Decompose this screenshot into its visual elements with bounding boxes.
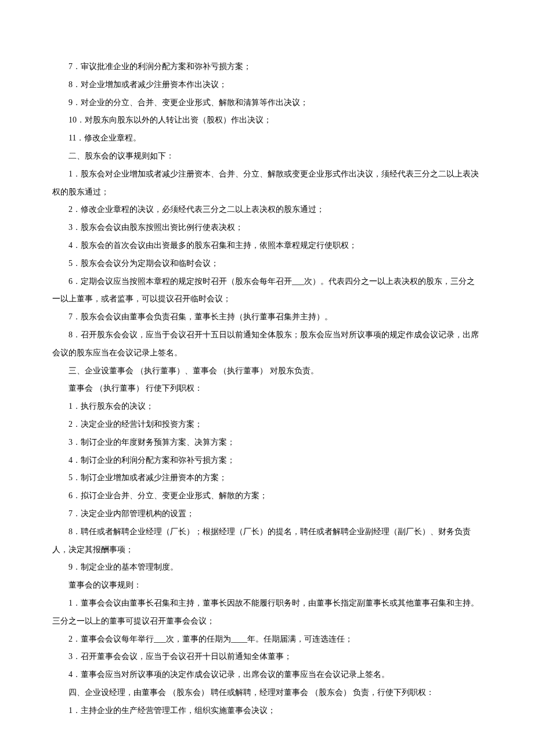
board-rule-3: 3．召开董事会会议，应当于会议召开十日以前通知全体董事；	[52, 648, 482, 666]
board-power-5: 5．制订企业增加或者减少注册资本的方案；	[52, 469, 482, 487]
section-2-item-1: 1．股东会对企业增加或者减少注册资本、合并、分立、解散或变更企业形式作出决议，须…	[52, 165, 482, 201]
section-2-item-8: 8．召开股东会会议，应当于会议召开十五日以前通知全体股东；股东会应当对所议事项的…	[52, 326, 482, 362]
board-power-3: 3．制订企业的年度财务预算方案、决算方案；	[52, 434, 482, 452]
board-power-4: 4．制订企业的利润分配方案和弥补亏损方案；	[52, 452, 482, 470]
board-power-7: 7．决定企业内部管理机构的设置；	[52, 505, 482, 523]
board-powers-intro: 董事会 （执行董事） 行使下列职权：	[52, 380, 482, 398]
board-rules-title: 董事会的议事规则：	[52, 577, 482, 595]
section-2-item-5: 5．股东会会议分为定期会议和临时会议；	[52, 255, 482, 273]
section-2-item-3: 3．股东会会议由股东按照出资比例行使表决权；	[52, 219, 482, 237]
document-body: 7．审议批准企业的利润分配方案和弥补亏损方案； 8．对企业增加或者减少注册资本作…	[52, 58, 482, 719]
item-8: 8．对企业增加或者减少注册资本作出决议；	[52, 76, 482, 94]
item-10: 10．对股东向股东以外的人转让出资（股权）作出决议；	[52, 111, 482, 129]
item-7: 7．审议批准企业的利润分配方案和弥补亏损方案；	[52, 58, 482, 76]
section-2-item-2: 2．修改企业章程的决议，必须经代表三分之二以上表决权的股东通过；	[52, 201, 482, 219]
section-4-title: 四、企业设经理，由董事会 （股东会） 聘任或解聘，经理对董事会 （股东会） 负责…	[52, 684, 482, 702]
item-11: 11．修改企业章程。	[52, 129, 482, 147]
board-power-1: 1．执行股东会的决议；	[52, 398, 482, 416]
board-rule-1: 1．董事会会议由董事长召集和主持，董事长因故不能履行职务时，由董事长指定副董事长…	[52, 595, 482, 631]
manager-power-1: 1．主持企业的生产经营管理工作，组织实施董事会决议；	[52, 702, 482, 720]
board-rule-4: 4．董事会应当对所议事项的决定作成会议记录，出席会议的董事应当在会议记录上签名。	[52, 666, 482, 684]
board-rule-2: 2．董事会会议每年举行___次，董事的任期为____年。任期届满，可连选连任；	[52, 631, 482, 649]
section-2-title: 二、股东会的议事规则如下：	[52, 147, 482, 165]
section-2-item-7: 7．股东会会议由董事会负责召集，董事长主持（执行董事召集并主持）。	[52, 308, 482, 326]
board-power-9: 9．制定企业的基本管理制度。	[52, 559, 482, 577]
section-2-item-6: 6．定期会议应当按照本章程的规定按时召开（股东会每年召开___次）。代表四分之一…	[52, 273, 482, 309]
board-power-2: 2．决定企业的经营计划和投资方案；	[52, 416, 482, 434]
section-2-item-4: 4．股东会的首次会议由出资最多的股东召集和主持，依照本章程规定行使职权；	[52, 237, 482, 255]
section-3-title: 三、企业设董事会 （执行董事）、董事会 （执行董事） 对股东负责。	[52, 362, 482, 380]
board-power-8: 8．聘任或者解聘企业经理（厂长）；根据经理（厂长）的提名，聘任或者解聘企业副经理…	[52, 523, 482, 559]
board-power-6: 6．拟订企业合并、分立、变更企业形式、解散的方案；	[52, 487, 482, 505]
item-9: 9．对企业的分立、合并、变更企业形式、解散和清算等作出决议；	[52, 94, 482, 112]
